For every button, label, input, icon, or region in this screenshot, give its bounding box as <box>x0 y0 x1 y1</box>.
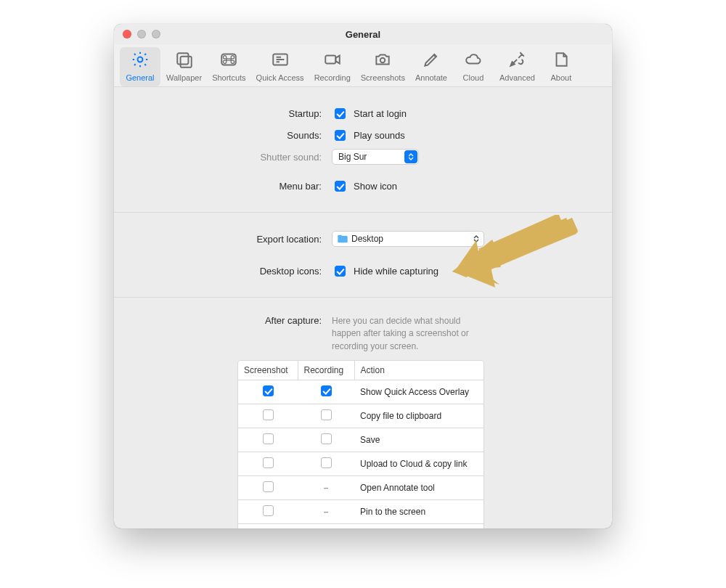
tab-shortcuts[interactable]: Shortcuts <box>208 47 250 86</box>
tools-icon <box>507 50 526 72</box>
hide-while-capturing-text: Hide while capturing <box>354 266 439 277</box>
hide-while-capturing-checkbox[interactable] <box>335 266 346 277</box>
start-at-login-checkbox[interactable] <box>335 108 346 119</box>
table-row[interactable]: Copy file to clipboard <box>238 404 484 428</box>
recording-checkbox-row-2[interactable] <box>321 433 332 444</box>
about-icon <box>552 50 571 72</box>
table-row[interactable]: Show Quick Access Overlay <box>238 380 484 404</box>
after-capture-hint: Here you can decide what should happen a… <box>332 315 477 353</box>
start-at-login-text: Start at login <box>354 108 407 119</box>
export-location-label: Export location: <box>114 234 332 245</box>
action-cell: Pin to the screen <box>354 500 484 524</box>
folder-icon <box>337 234 348 244</box>
titlebar: General <box>114 24 612 44</box>
gear-icon <box>131 50 150 72</box>
svg-rect-1 <box>177 53 188 64</box>
table-row[interactable]: Save <box>238 428 484 452</box>
table-row[interactable]: Upload to Cloud & copy link <box>238 452 484 476</box>
preferences-window: General General Wallpaper Shortcuts <box>114 24 612 528</box>
svg-point-0 <box>138 57 143 62</box>
camera-icon <box>373 50 392 72</box>
minimize-icon[interactable] <box>137 30 146 38</box>
action-cell: Upload to Cloud & copy link <box>354 452 484 476</box>
tab-screenshots[interactable]: Screenshots <box>356 47 409 86</box>
action-cell: Save <box>354 428 484 452</box>
select-arrows-icon <box>470 232 483 245</box>
action-cell: Copy file to clipboard <box>354 404 484 428</box>
th-action[interactable]: Action <box>354 361 484 380</box>
action-cell: Open Video Editor <box>354 524 484 528</box>
dash-icon: – <box>324 507 329 517</box>
command-icon <box>219 50 238 72</box>
screenshot-checkbox-row-4[interactable] <box>263 481 274 492</box>
action-cell: Open Annotate tool <box>354 476 484 500</box>
tab-quick-access[interactable]: Quick Access <box>252 47 309 86</box>
zoom-icon[interactable] <box>152 30 160 38</box>
desktop-icons-label: Desktop icons: <box>114 266 332 277</box>
tab-general[interactable]: General <box>120 47 160 86</box>
cloud-icon <box>464 50 483 72</box>
screenshot-checkbox-row-2[interactable] <box>263 433 274 444</box>
screenshot-checkbox-row-0[interactable] <box>263 385 274 396</box>
show-icon-text: Show icon <box>354 181 397 192</box>
show-icon-checkbox[interactable] <box>335 181 346 192</box>
recording-checkbox-row-1[interactable] <box>321 409 332 420</box>
recording-checkbox-row-0[interactable] <box>321 385 332 396</box>
tab-advanced[interactable]: Advanced <box>495 47 539 86</box>
export-location-select[interactable]: Desktop <box>332 231 484 247</box>
shutter-sound-label: Shutter sound: <box>114 152 332 163</box>
video-camera-icon <box>323 50 342 72</box>
content: Startup: Start at login Sounds: Play sou… <box>114 87 612 528</box>
th-screenshot[interactable]: Screenshot <box>238 361 298 380</box>
tab-annotate[interactable]: Annotate <box>411 47 452 86</box>
tab-cloud[interactable]: Cloud <box>453 47 494 86</box>
select-arrows-icon <box>404 150 417 163</box>
svg-rect-2 <box>180 57 191 68</box>
tab-wallpaper[interactable]: Wallpaper <box>162 47 206 86</box>
screenshot-checkbox-row-5[interactable] <box>263 505 274 516</box>
sounds-label: Sounds: <box>114 130 332 141</box>
pencil-icon <box>422 50 441 72</box>
window-title: General <box>346 29 380 40</box>
screenshot-checkbox-row-3[interactable] <box>263 457 274 468</box>
section-basic: Startup: Start at login Sounds: Play sou… <box>114 87 612 213</box>
svg-rect-5 <box>325 56 335 64</box>
section-after-capture: After capture: Here you can decide what … <box>114 298 612 528</box>
dash-icon: – <box>324 483 329 493</box>
traffic-lights <box>123 30 160 38</box>
after-capture-table: Screenshot Recording Action Show Quick A… <box>237 360 484 528</box>
table-row[interactable]: –Open Video Editor <box>238 524 484 528</box>
screenshot-checkbox-row-1[interactable] <box>263 409 274 420</box>
after-capture-label: After capture: <box>114 315 332 326</box>
recording-checkbox-row-3[interactable] <box>321 457 332 468</box>
play-sounds-checkbox[interactable] <box>335 130 346 141</box>
menubar-label: Menu bar: <box>114 181 332 192</box>
tab-about[interactable]: About <box>541 47 582 86</box>
th-recording[interactable]: Recording <box>298 361 354 380</box>
section-export: Export location: Desktop Desktop icons: … <box>114 213 612 298</box>
table-row[interactable]: –Pin to the screen <box>238 500 484 524</box>
shutter-sound-select[interactable]: Big Sur <box>332 149 419 165</box>
table-row[interactable]: –Open Annotate tool <box>238 476 484 500</box>
tab-recording[interactable]: Recording <box>310 47 355 86</box>
wallpaper-icon <box>175 50 194 72</box>
quickaccess-icon <box>271 50 290 72</box>
play-sounds-text: Play sounds <box>354 130 405 141</box>
prefs-toolbar: General Wallpaper Shortcuts Quick Access <box>114 44 612 87</box>
action-cell: Show Quick Access Overlay <box>354 380 484 404</box>
close-icon[interactable] <box>123 30 131 38</box>
startup-label: Startup: <box>114 108 332 119</box>
svg-point-6 <box>380 58 386 63</box>
